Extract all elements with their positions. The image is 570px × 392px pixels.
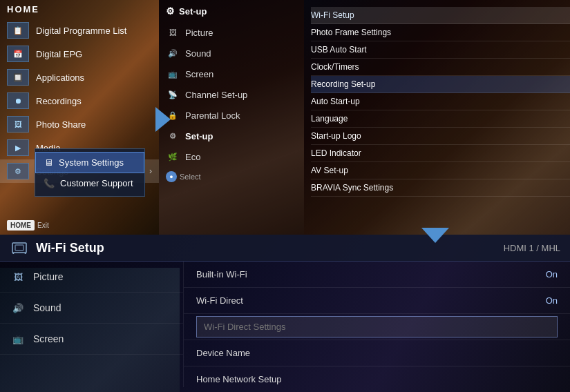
- bottom-picture-label: Picture: [33, 271, 64, 282]
- home-button[interactable]: HOME: [7, 220, 35, 231]
- wifi-submenu-clock-timers[interactable]: Clock/Timers: [311, 59, 570, 76]
- bottom-settings-panel: Built-in Wi-Fi On Wi-Fi Direct On Device…: [183, 262, 570, 387]
- wifi-setup-icon: [10, 240, 29, 255]
- bottom-sidebar-picture[interactable]: 🖼 Picture: [0, 262, 183, 293]
- wifi-submenu-list: Wi-Fi Setup Photo Frame Settings USB Aut…: [304, 0, 570, 197]
- bottom-sidebar-sound[interactable]: 🔊 Sound: [0, 293, 183, 324]
- wifi-submenu-bravia-sync[interactable]: BRAVIA Sync Settings: [311, 179, 570, 197]
- photo-share-label: Photo Share: [36, 119, 86, 130]
- arrow-down-container: [421, 228, 449, 243]
- top-section: HOME 📋 Digital Programme List 📅 Digital …: [0, 0, 570, 235]
- settings-submenu: 🖥 System Settings 📞 Customer Support: [35, 148, 145, 197]
- select-label: Select: [180, 173, 201, 181]
- bottom-wifi-title: Wi-Fi Setup: [36, 241, 104, 255]
- setup-setup[interactable]: ⚙ Set-up: [159, 126, 304, 146]
- recordings-label: Recordings: [36, 96, 82, 106]
- digital-programme-icon: 📋: [7, 22, 29, 39]
- setting-home-network[interactable]: Home Network Setup: [184, 366, 570, 392]
- hdmi-label: HDMI 1 / MHL: [504, 243, 560, 253]
- setup-footer: ● Select: [159, 167, 304, 186]
- bottom-header: Wi-Fi Setup HDMI 1 / MHL: [0, 235, 570, 262]
- media-icon: ▶: [7, 139, 29, 156]
- wifi-submenu-language[interactable]: Language: [311, 110, 570, 128]
- svg-rect-1: [15, 245, 23, 251]
- wifi-submenu-usb-auto-start[interactable]: USB Auto Start: [311, 41, 570, 59]
- bottom-sidebar-screen[interactable]: 📺 Screen: [0, 324, 183, 355]
- setup-title: ⚙ Set-up: [159, 0, 304, 22]
- setup-sound[interactable]: 🔊 Sound: [159, 43, 304, 63]
- recordings-icon: ⏺: [7, 92, 29, 109]
- bottom-sound-label: Sound: [33, 302, 61, 313]
- setup-parental[interactable]: 🔒 Parental Lock: [159, 105, 304, 126]
- setup-icon: ⚙: [166, 6, 175, 17]
- setup-sound-icon: 🔊: [166, 48, 180, 59]
- customer-support-icon: 📞: [44, 178, 55, 188]
- setup-eco[interactable]: 🌿 Eco: [159, 146, 304, 167]
- setup-eco-icon: 🌿: [166, 151, 180, 162]
- svg-rect-0: [12, 243, 26, 253]
- wifi-direct-value: On: [546, 295, 558, 306]
- wifi-direct-settings-input[interactable]: [196, 316, 558, 337]
- applications-icon: 🔲: [7, 69, 29, 86]
- system-settings-icon: 🖥: [44, 157, 53, 168]
- wifi-submenu-av-setup[interactable]: AV Set-up: [311, 162, 570, 179]
- system-settings-label: System Settings: [59, 157, 124, 168]
- submenu-customer-support[interactable]: 📞 Customer Support: [35, 173, 144, 193]
- menu-item-digital-epg[interactable]: 📅 Digital EPG: [0, 42, 159, 66]
- builtin-wifi-value: On: [546, 269, 558, 280]
- wifi-direct-label: Wi-Fi Direct: [196, 295, 243, 306]
- setup-screen[interactable]: 📺 Screen: [159, 63, 304, 84]
- builtin-wifi-label: Built-in Wi-Fi: [196, 269, 247, 280]
- arrow-right-icon: [155, 107, 171, 132]
- bottom-screen-label: Screen: [33, 333, 64, 344]
- digital-epg-label: Digital EPG: [36, 49, 82, 59]
- customer-support-label: Customer Support: [60, 178, 133, 188]
- wifi-submenu-wifi-setup[interactable]: Wi-Fi Setup: [311, 7, 570, 24]
- bottom-header-left: Wi-Fi Setup: [10, 240, 104, 255]
- home-panel: HOME 📋 Digital Programme List 📅 Digital …: [0, 0, 159, 235]
- device-name-label: Device Name: [196, 348, 250, 358]
- wifi-submenu-panel: Wi-Fi Setup Photo Frame Settings USB Aut…: [304, 0, 570, 235]
- setting-wifi-direct[interactable]: Wi-Fi Direct On: [184, 288, 570, 314]
- bottom-screen-icon: 📺: [10, 332, 26, 346]
- applications-label: Applications: [36, 72, 84, 83]
- menu-item-applications[interactable]: 🔲 Applications: [0, 66, 159, 89]
- bottom-content: 🖼 Picture 🔊 Sound 📺 Screen Built-in Wi-F…: [0, 262, 570, 387]
- home-exit-label: Exit: [37, 222, 49, 229]
- menu-item-digital-programme[interactable]: 📋 Digital Programme List: [0, 19, 159, 42]
- setup-picture-icon: 🖼: [166, 27, 180, 38]
- settings-icon: ⚙: [7, 163, 29, 179]
- digital-programme-label: Digital Programme List: [36, 26, 127, 36]
- bottom-picture-icon: 🖼: [10, 270, 26, 284]
- setting-builtin-wifi[interactable]: Built-in Wi-Fi On: [184, 262, 570, 288]
- setup-panel: ⚙ Set-up 🖼 Picture 🔊 Sound 📺 Screen 📡 Ch…: [159, 0, 304, 235]
- arrow-down-icon: [421, 228, 449, 243]
- wifi-submenu-led-indicator[interactable]: LED Indicator: [311, 145, 570, 162]
- setup-channel[interactable]: 📡 Channel Set-up: [159, 84, 304, 105]
- setting-device-name[interactable]: Device Name: [184, 340, 570, 366]
- bottom-section: Wi-Fi Setup HDMI 1 / MHL 🖼 Picture 🔊 Sou…: [0, 235, 570, 392]
- home-title: HOME: [0, 0, 159, 19]
- wifi-submenu-auto-startup[interactable]: Auto Start-up: [311, 93, 570, 110]
- home-footer: HOME Exit: [7, 220, 49, 231]
- setup-channel-icon: 📡: [166, 89, 180, 100]
- bottom-sound-icon: 🔊: [10, 301, 26, 315]
- submenu-system-settings[interactable]: 🖥 System Settings: [35, 152, 144, 173]
- digital-epg-icon: 📅: [7, 46, 29, 62]
- home-network-label: Home Network Setup: [196, 374, 282, 384]
- settings-arrow-icon: ›: [149, 166, 152, 176]
- setup-setup-icon: ⚙: [166, 130, 180, 141]
- menu-item-recordings[interactable]: ⏺ Recordings: [0, 89, 159, 112]
- setting-wifi-direct-settings: [184, 314, 570, 340]
- photo-share-icon: 🖼: [7, 116, 29, 133]
- select-circle-icon: ●: [166, 171, 177, 182]
- wifi-submenu-startup-logo[interactable]: Start-up Logo: [311, 128, 570, 145]
- wifi-submenu-photo-frame[interactable]: Photo Frame Settings: [311, 24, 570, 41]
- setup-menu: 🖼 Picture 🔊 Sound 📺 Screen 📡 Channel Set…: [159, 22, 304, 167]
- menu-item-photo-share[interactable]: 🖼 Photo Share: [0, 112, 159, 136]
- wifi-submenu-recording-setup[interactable]: Recording Set-up: [311, 76, 570, 93]
- setup-picture[interactable]: 🖼 Picture: [159, 22, 304, 43]
- setup-screen-icon: 📺: [166, 68, 180, 79]
- bottom-sidebar: 🖼 Picture 🔊 Sound 📺 Screen: [0, 262, 183, 387]
